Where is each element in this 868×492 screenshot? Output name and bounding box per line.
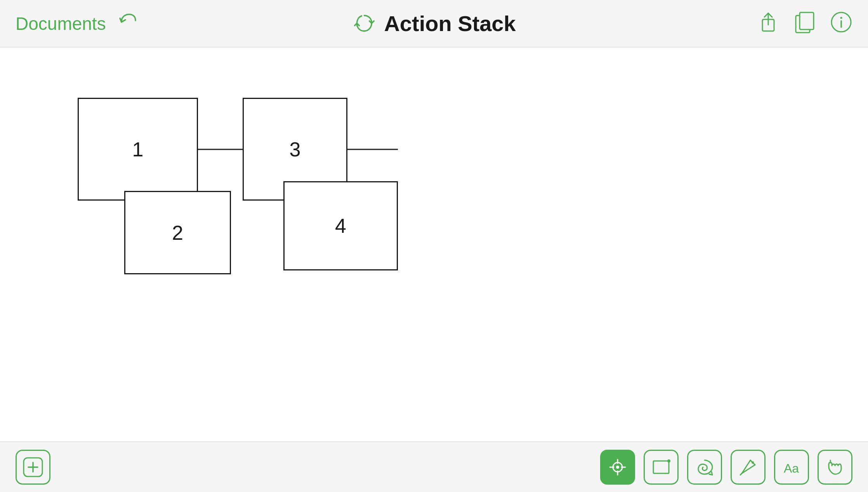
svg-line-22 xyxy=(742,465,755,473)
svg-text:Aa: Aa xyxy=(784,461,799,475)
svg-rect-3 xyxy=(800,12,814,29)
header-left: Documents xyxy=(16,11,138,36)
undo-icon[interactable] xyxy=(118,11,138,36)
box-1[interactable]: 1 xyxy=(78,98,198,201)
box-4-label: 4 xyxy=(335,214,346,237)
info-icon[interactable] xyxy=(830,11,852,36)
header: Documents Action Stack xyxy=(0,0,868,47)
svg-point-24 xyxy=(752,461,754,464)
box-3-label: 3 xyxy=(290,138,301,161)
svg-point-19 xyxy=(667,459,670,463)
header-right xyxy=(757,11,852,36)
svg-rect-18 xyxy=(653,461,669,473)
box-2-label: 2 xyxy=(172,221,183,244)
diagram: 1 2 3 4 xyxy=(78,98,427,292)
crosshair-tool-button[interactable] xyxy=(600,450,635,485)
pen-tool-button[interactable] xyxy=(731,450,766,485)
box-1-label: 1 xyxy=(132,138,144,161)
svg-point-6 xyxy=(840,17,842,19)
header-center: Action Stack xyxy=(352,11,516,36)
share-icon[interactable] xyxy=(757,11,779,36)
box-2[interactable]: 2 xyxy=(124,191,231,274)
box-4[interactable]: 4 xyxy=(283,181,398,270)
main-canvas[interactable]: 1 2 3 4 xyxy=(0,47,868,442)
toolbar: Aa xyxy=(0,442,868,492)
toolbar-left xyxy=(16,450,50,485)
page-title: Action Stack xyxy=(384,11,516,36)
add-button[interactable] xyxy=(16,450,50,485)
toolbar-right: Aa xyxy=(600,450,852,485)
svg-point-13 xyxy=(616,466,619,469)
text-tool-button[interactable]: Aa xyxy=(774,450,809,485)
recycle-icon xyxy=(352,12,376,36)
select-tool-button[interactable] xyxy=(644,450,679,485)
lasso-tool-button[interactable] xyxy=(687,450,722,485)
documents-link[interactable]: Documents xyxy=(16,13,106,34)
svg-line-21 xyxy=(742,460,750,473)
copy-icon[interactable] xyxy=(793,11,816,36)
hand-tool-button[interactable] xyxy=(818,450,852,485)
svg-line-23 xyxy=(740,473,742,475)
